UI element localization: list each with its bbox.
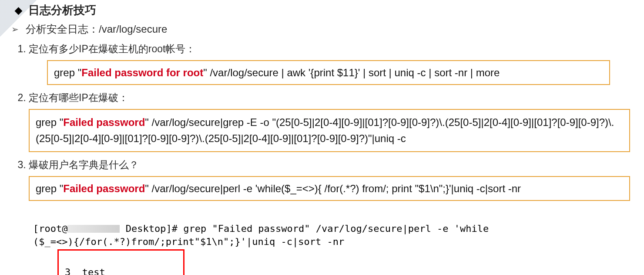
subtitle-text: 分析安全日志：/var/log/secure	[26, 22, 167, 36]
cmd-pre: grep "	[54, 67, 81, 78]
command-box: grep "Failed password" /var/log/secure|p…	[29, 176, 630, 201]
result-row: 3 test	[65, 265, 177, 275]
section-title: ◆ 日志分析技巧	[15, 3, 635, 18]
cmd-post: " /var/log/secure|perl -e 'while($_=<>){…	[145, 183, 521, 194]
redacted-host	[67, 225, 120, 233]
step-label: 爆破用户名字典是什么？	[29, 159, 139, 170]
steps-list: 定位有多少IP在爆破主机的root帐号： grep "Failed passwo…	[17, 42, 635, 275]
command-box: grep "Failed password" /var/log/secure|g…	[29, 109, 630, 152]
step-label: 定位有哪些IP在爆破：	[29, 92, 128, 103]
step-item: 定位有哪些IP在爆破： grep "Failed password" /var/…	[29, 91, 635, 152]
chevron-right-icon: ➢	[11, 24, 19, 34]
step-item: 爆破用户名字典是什么？ grep "Failed password" /var/…	[29, 158, 635, 275]
cmd-highlight: Failed password for root	[81, 67, 203, 78]
cmd-highlight: Failed password	[63, 116, 145, 128]
command-box: grep "Failed password for root" /var/log…	[47, 60, 610, 85]
cmd-post: " /var/log/secure | awk '{print $11}' | …	[203, 67, 500, 78]
title-text: 日志分析技巧	[28, 3, 96, 18]
step-item: 定位有多少IP在爆破主机的root帐号： grep "Failed passwo…	[29, 42, 635, 85]
cmd-pre: grep "	[36, 116, 63, 128]
cmd-highlight: Failed password	[63, 183, 145, 194]
cmd-pre: grep "	[36, 183, 63, 194]
section-subtitle: ➢ 分析安全日志：/var/log/secure	[11, 22, 635, 36]
bullet-diamond-icon: ◆	[15, 6, 22, 15]
terminal-output: [root@ Desktop]# grep "Failed password" …	[29, 207, 630, 275]
term-line: ($_=<>){/for(.*?)from/;print"$1\n";}'|un…	[33, 236, 344, 247]
step-label: 定位有多少IP在爆破主机的root帐号：	[29, 43, 195, 54]
result-highlight-box: 3 test 3 root 1 invalid user	[57, 249, 184, 275]
term-line: [root@ Desktop]# grep "Failed password" …	[33, 223, 489, 234]
